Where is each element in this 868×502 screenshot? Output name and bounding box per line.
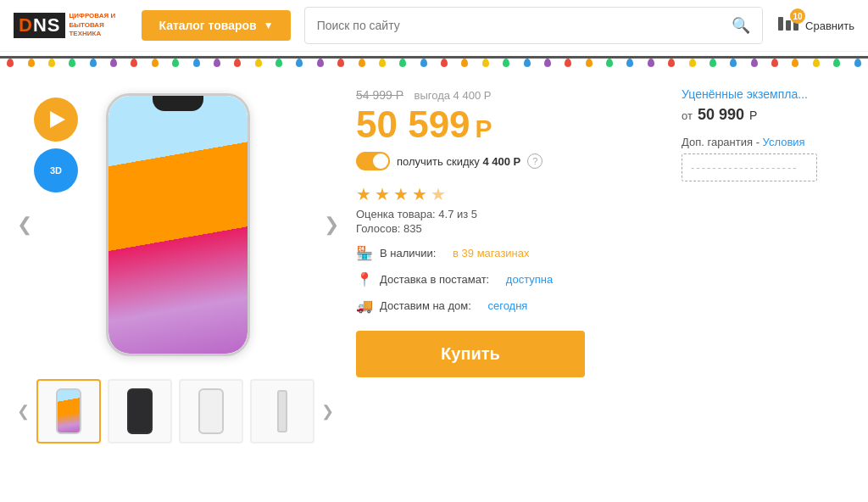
- lights-dots: [0, 52, 868, 67]
- search-input[interactable]: [305, 10, 720, 41]
- catalog-label: Каталог товаров: [159, 19, 256, 32]
- availability-text: В наличии:: [380, 247, 436, 259]
- phone-side-button: [248, 155, 250, 181]
- delivery-home-text: Доставим на дом:: [380, 299, 471, 312]
- catalog-button[interactable]: Каталог товаров ▼: [142, 10, 290, 41]
- star-4: ★: [412, 184, 427, 204]
- view3d-button[interactable]: 3D: [34, 148, 78, 192]
- delivery-post-text: Доставка в постамат:: [380, 273, 489, 286]
- price-main: 50 599: [356, 106, 470, 143]
- next-arrow[interactable]: ❯: [324, 214, 339, 236]
- lights-bar: [0, 52, 868, 67]
- price-old-row: 54 999 Р выгода 4 400 Р: [356, 87, 665, 103]
- stars-row: ★ ★ ★ ★ ★: [356, 184, 665, 204]
- guarantee-input[interactable]: --------------------: [682, 153, 817, 181]
- thumb-prev[interactable]: ❮: [17, 402, 30, 421]
- truck-icon: 🚚: [356, 298, 373, 314]
- thumbnail-2[interactable]: [108, 379, 172, 443]
- availability-row: 🏪 В наличии: в 39 магазинах: [356, 245, 665, 261]
- 3d-label: 3D: [50, 165, 62, 176]
- thumbnails: ❮ ❯: [17, 379, 339, 443]
- availability-link[interactable]: в 39 магазинах: [453, 247, 529, 259]
- buy-button[interactable]: Купить: [356, 331, 585, 377]
- prev-arrow[interactable]: ❮: [17, 214, 32, 236]
- compare-label[interactable]: Сравнить: [805, 20, 854, 32]
- compare-badge: 10: [790, 8, 805, 24]
- chevron-down-icon: ▼: [264, 20, 274, 31]
- thumbnail-4[interactable]: [250, 379, 314, 443]
- sidebar-currency: Р: [749, 109, 757, 122]
- star-3: ★: [393, 184, 409, 204]
- delivery-home-link[interactable]: сегодня: [487, 299, 527, 312]
- compare-area: 10 Сравнить: [776, 14, 854, 37]
- postbox-icon: 📍: [356, 271, 373, 287]
- rating-text: Оценка товара: 4.7 из 5: [356, 208, 665, 220]
- thumb-phone-1: [56, 388, 81, 434]
- sidebar-price: 50 990: [698, 106, 744, 124]
- votes-text: Голосов: 835: [356, 222, 665, 235]
- header: DNS ЦИФРОВАЯ И БЫТОВАЯ ТЕХНИКА Каталог т…: [0, 0, 868, 52]
- delivery-post-link[interactable]: доступна: [506, 273, 553, 286]
- sidebar-price-row: от 50 990 Р: [682, 106, 851, 124]
- sidebar-title[interactable]: Уценённые экземпла...: [682, 87, 851, 101]
- thumbnail-1[interactable]: [36, 379, 101, 443]
- thumb-phone-4: [277, 390, 287, 432]
- star-5-half: ★: [431, 184, 446, 204]
- main-content: 3D ❮ ❯ ❮ ❯: [0, 67, 868, 457]
- compare-icon-wrap: 10: [776, 14, 800, 37]
- play-button[interactable]: [34, 98, 78, 142]
- thumb-next[interactable]: ❯: [321, 402, 334, 421]
- search-area: 🔍: [304, 7, 763, 44]
- star-2: ★: [375, 184, 390, 204]
- price-currency: Р: [476, 114, 492, 143]
- gallery-area: 3D ❮ ❯ ❮ ❯: [17, 81, 339, 443]
- logo-subtitle: ЦИФРОВАЯ И БЫТОВАЯ ТЕХНИКА: [69, 12, 128, 38]
- phone-screen: [108, 96, 248, 354]
- phone-main-image: [106, 93, 250, 356]
- discount-row: получить скидку 4 400 Р ?: [356, 152, 665, 170]
- svg-rect-1: [786, 20, 791, 31]
- search-button[interactable]: 🔍: [720, 8, 762, 43]
- logo: DNS ЦИФРОВАЯ И БЫТОВАЯ ТЕХНИКА: [14, 12, 128, 38]
- discount-text: получить скидку 4 400 Р: [397, 155, 520, 168]
- product-info: 54 999 Р выгода 4 400 Р 50 599 Р получит…: [356, 81, 665, 443]
- logo-dns: DNS: [14, 13, 65, 38]
- sidebar-right: Уценённые экземпла... от 50 990 Р Доп. г…: [682, 81, 851, 443]
- price-savings: выгода 4 400 Р: [415, 89, 492, 102]
- thumbnail-3[interactable]: [179, 379, 243, 443]
- price-old: 54 999 Р: [356, 88, 403, 102]
- sidebar-from: от: [682, 109, 693, 122]
- discount-toggle[interactable]: [356, 152, 390, 170]
- thumb-phone-2: [127, 388, 153, 434]
- guarantee-label: Доп. гарантия - Условия: [682, 136, 851, 148]
- help-icon[interactable]: ?: [527, 153, 542, 169]
- delivery-post-row: 📍 Доставка в постамат: доступна: [356, 271, 665, 287]
- phone-notch: [153, 96, 203, 111]
- star-1: ★: [356, 184, 371, 204]
- store-icon: 🏪: [356, 245, 373, 261]
- price-main-row: 50 599 Р: [356, 106, 665, 143]
- delivery-home-row: 🚚 Доставим на дом: сегодня: [356, 298, 665, 314]
- svg-rect-0: [778, 17, 783, 31]
- search-icon: 🔍: [732, 17, 750, 34]
- guarantee-link[interactable]: Условия: [763, 136, 805, 148]
- main-image: 3D ❮ ❯: [17, 81, 339, 369]
- thumb-phone-3: [198, 388, 224, 434]
